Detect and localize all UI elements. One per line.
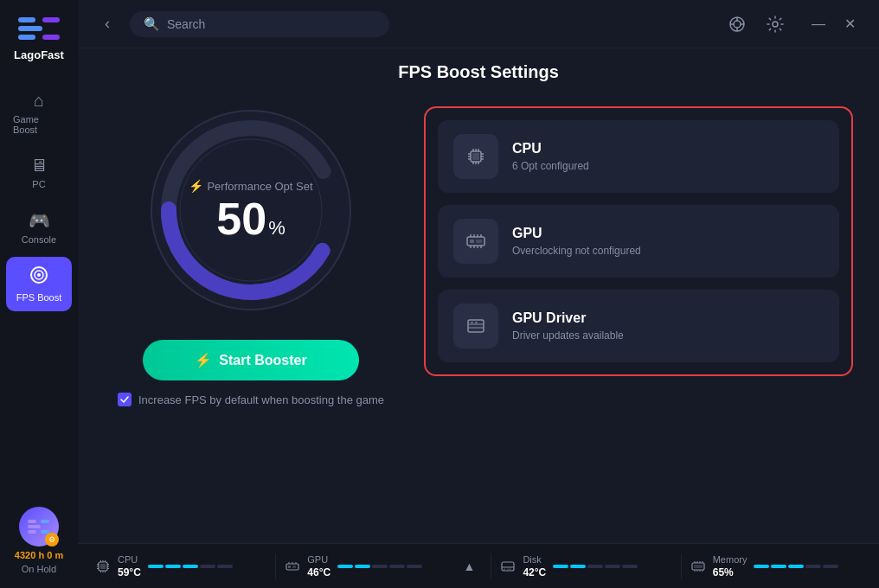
memory-stat-value: 65% <box>713 566 747 578</box>
bar-seg <box>165 565 181 568</box>
bar-seg <box>622 565 638 568</box>
disk-stat-label: Disk <box>523 554 546 565</box>
disk-stat-info: Disk 42°C <box>523 554 546 578</box>
bar-seg <box>183 565 198 568</box>
svg-rect-54 <box>475 322 478 323</box>
bar-seg <box>771 565 786 568</box>
cpu-stat-info: CPU 59°C <box>118 554 141 578</box>
app-name: LagoFast <box>14 48 64 61</box>
main-content: ‹ 🔍 Search <box>78 0 879 588</box>
body-area: ⚡ Performance Opt Set 50 % ⚡ Start Boost… <box>78 89 879 543</box>
cards-section: CPU 6 Opt configured <box>424 106 853 376</box>
close-button[interactable]: ✕ <box>837 12 862 36</box>
fps-boost-icon <box>29 265 48 289</box>
page-title-area: FPS Boost Settings <box>78 48 879 89</box>
bottom-stat-gpu: GPU 46°C <box>285 554 456 578</box>
console-icon: 🎮 <box>29 210 50 231</box>
user-status: On Hold <box>22 564 56 574</box>
settings-button[interactable] <box>761 10 789 38</box>
cpu-card[interactable]: CPU 6 Opt configured <box>438 120 839 193</box>
sidebar-label-fps-boost: FPS Boost <box>16 292 62 303</box>
header: ‹ 🔍 Search <box>78 0 879 48</box>
bolt-icon: ⚡ <box>189 179 203 193</box>
search-placeholder-text: Search <box>167 17 205 31</box>
chevron-up-button[interactable]: ▲ <box>457 559 483 573</box>
svg-point-14 <box>734 21 741 28</box>
cpu-stat-bar <box>148 565 233 568</box>
disk-stat-bar <box>553 565 638 568</box>
svg-point-77 <box>504 568 505 570</box>
page-title: FPS Boost Settings <box>398 62 559 81</box>
bar-seg <box>605 565 620 568</box>
start-booster-button[interactable]: ⚡ Start Booster <box>143 340 358 380</box>
pc-icon: 🖥 <box>30 156 48 176</box>
logo-area: LagoFast <box>14 14 64 61</box>
bar-seg <box>407 565 422 568</box>
fps-checkbox[interactable] <box>118 393 132 406</box>
support-button[interactable] <box>723 10 751 38</box>
performance-label: ⚡ Performance Opt Set <box>189 179 312 193</box>
svg-rect-70 <box>288 566 291 568</box>
sidebar-item-pc[interactable]: 🖥 PC <box>6 147 72 198</box>
logo-icon <box>18 14 60 45</box>
cpu-card-title: CPU <box>512 141 589 157</box>
svg-rect-2 <box>42 17 60 22</box>
bottom-stat-memory: Memory 65% <box>690 554 862 578</box>
back-button[interactable]: ‹ <box>95 12 119 36</box>
gauge-center: ⚡ Performance Opt Set 50 % <box>189 179 312 241</box>
cpu-stat-label: CPU <box>118 554 141 565</box>
svg-rect-88 <box>694 565 703 568</box>
bottom-stat-cpu: CPU 59°C <box>95 554 266 578</box>
gpu-stat-info: GPU 46°C <box>307 554 330 578</box>
svg-point-19 <box>773 22 778 27</box>
cpu-stat-value: 59°C <box>118 566 141 578</box>
svg-rect-71 <box>292 566 296 568</box>
gauge-container: ⚡ Performance Opt Set 50 % <box>138 98 363 323</box>
gpu-driver-card[interactable]: GPU Driver Driver updates available <box>438 290 839 362</box>
gpu-driver-icon-wrap <box>453 304 498 348</box>
svg-rect-9 <box>28 525 41 528</box>
svg-rect-53 <box>471 322 473 323</box>
window-controls: — ✕ <box>806 12 862 36</box>
svg-rect-78 <box>507 568 511 570</box>
fps-checkbox-label: Increase FPS by default when boosting th… <box>138 393 384 406</box>
divider <box>681 553 682 579</box>
avatar-badge: ⚙ <box>45 533 59 546</box>
sidebar-item-fps-boost[interactable]: FPS Boost <box>6 257 72 311</box>
minimize-button[interactable]: — <box>806 12 831 36</box>
gpu-driver-title: GPU Driver <box>512 310 624 326</box>
bar-seg <box>805 565 821 568</box>
sidebar-bottom: ⚙ 4320 h 0 m On Hold <box>15 507 63 574</box>
checkbox-row: Increase FPS by default when boosting th… <box>118 393 384 406</box>
gpu-card-subtitle: Overclocking not configured <box>512 245 641 257</box>
svg-rect-41 <box>476 240 482 243</box>
svg-rect-26 <box>472 153 479 160</box>
gpu-stat-label: GPU <box>307 554 330 565</box>
svg-rect-1 <box>18 26 42 31</box>
bottom-disk-icon <box>500 559 516 574</box>
memory-stat-info: Memory 65% <box>713 554 747 578</box>
cpu-card-info: CPU 6 Opt configured <box>512 141 589 172</box>
sidebar-label-pc: PC <box>32 179 45 189</box>
bar-seg <box>570 565 586 568</box>
bar-seg <box>389 565 405 568</box>
avatar[interactable]: ⚙ <box>19 507 59 546</box>
percent-symbol: % <box>268 217 286 240</box>
bottom-cpu-icon <box>95 559 111 574</box>
header-actions: — ✕ <box>723 10 862 38</box>
cpu-card-subtitle: 6 Opt configured <box>512 160 589 172</box>
svg-rect-12 <box>28 530 36 534</box>
gpu-card[interactable]: GPU Overclocking not configured <box>438 205 839 278</box>
start-btn-label: Start Booster <box>219 353 306 368</box>
divider <box>491 553 491 579</box>
cpu-chip-icon <box>464 144 488 169</box>
bottom-memory-icon <box>690 559 706 574</box>
svg-rect-4 <box>18 35 35 40</box>
bar-seg <box>355 565 370 568</box>
sidebar-label-console: Console <box>22 234 56 245</box>
search-bar[interactable]: 🔍 Search <box>130 11 389 37</box>
bar-seg <box>337 565 353 568</box>
sidebar-item-console[interactable]: 🎮 Console <box>6 201 72 253</box>
sidebar-item-game-boost[interactable]: ⌂ Game Boost <box>6 82 72 144</box>
bar-seg <box>372 565 388 568</box>
